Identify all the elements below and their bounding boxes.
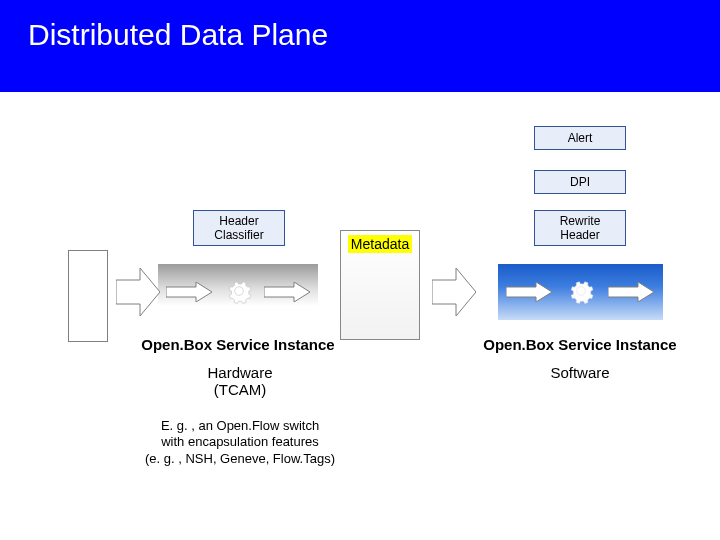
svg-marker-3 [432, 268, 476, 316]
diagram-canvas: Alert DPI Rewrite Header Header Classifi… [0, 92, 720, 522]
svg-marker-4 [506, 282, 552, 302]
page-title: Distributed Data Plane [28, 18, 692, 52]
gear-icon [568, 278, 594, 304]
gear-icon [226, 278, 252, 304]
left-note: E. g. , an Open.Flow switch with encapsu… [110, 418, 370, 467]
right-sw-box [498, 264, 663, 320]
svg-marker-1 [264, 282, 310, 302]
left-hw-box [158, 264, 318, 320]
right-caption: Open.Box Service Instance [450, 336, 710, 353]
rewrite-header-block: Rewrite Header [534, 210, 626, 246]
metadata-box: Metadata [340, 230, 420, 340]
big-arrow-icon [116, 268, 160, 316]
dpi-block: DPI [534, 170, 626, 194]
svg-marker-2 [116, 268, 160, 316]
arrow-icon [166, 282, 212, 302]
left-caption: Open.Box Service Instance [104, 336, 372, 353]
svg-marker-5 [608, 282, 654, 302]
arrow-icon [506, 282, 552, 302]
left-type: Hardware (TCAM) [150, 364, 330, 398]
right-type: Software [490, 364, 670, 381]
arrow-icon [264, 282, 310, 302]
header-classifier-block: Header Classifier [193, 210, 285, 246]
svg-marker-0 [166, 282, 212, 302]
left-input-packet [68, 250, 108, 342]
metadata-label: Metadata [348, 235, 412, 253]
title-bar: Distributed Data Plane [0, 0, 720, 92]
arrow-icon [608, 282, 654, 302]
alert-block: Alert [534, 126, 626, 150]
big-arrow-icon [432, 268, 476, 316]
